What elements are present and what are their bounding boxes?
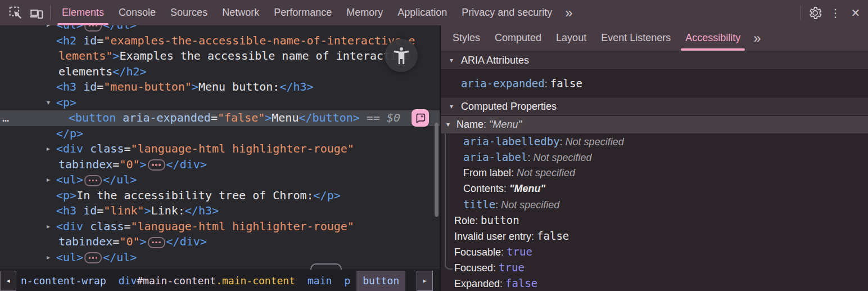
tab-sources[interactable]: Sources (163, 0, 215, 25)
code-token: <h3 (56, 204, 83, 217)
code-token: <ul> (56, 25, 83, 32)
breadcrumb-item-div-main-content-main-content[interactable]: div#main-content.main-content (112, 271, 301, 291)
collapsed-content-ellipsis[interactable] (148, 159, 165, 171)
expand-arrow-closed-icon[interactable]: ▸ (47, 25, 50, 33)
property-value: Not specified (533, 152, 591, 163)
more-panels-chevron-icon[interactable]: » (559, 1, 578, 25)
settings-gear-icon[interactable] (805, 3, 825, 23)
computed-property-row-title: title: Not specified (441, 196, 868, 212)
collapsed-content-ellipsis[interactable] (84, 175, 102, 186)
main-split: ▸<ul></ul><h2 id="examples-the-accessibl… (0, 25, 868, 291)
code-token: tabindex (58, 158, 112, 171)
colon: : (501, 247, 507, 258)
colon: : (531, 231, 537, 242)
tab-elements[interactable]: Elements (55, 0, 111, 25)
code-token: "language-html highlighter-rouge" (130, 220, 354, 233)
dom-tree-node[interactable]: lements">Examples the accessible name of… (0, 48, 440, 64)
dom-tree-node[interactable]: <h3 id="menu-button">Menu button:</h3> (0, 79, 440, 95)
expand-arrow-open-icon[interactable]: ▾ (446, 116, 450, 133)
property-value: false (537, 230, 569, 242)
breadcrumb-list: n-content-wrapdiv#main-content.main-cont… (16, 271, 405, 291)
kebab-menu-icon[interactable]: ⋮ (825, 3, 846, 23)
tab-performance[interactable]: Performance (266, 0, 339, 25)
code-token: Menu button: (198, 80, 280, 93)
dom-tree-node[interactable]: <h2 id="examples-the-accessible-name-of-… (0, 33, 440, 49)
vertical-scrollbar-thumb[interactable] (435, 123, 438, 217)
computed-name-value: "Menu" (489, 119, 522, 130)
code-token: "false" (218, 111, 265, 124)
expand-arrow-closed-icon[interactable]: ▸ (47, 219, 50, 235)
elements-dom-tree: ▸<ul></ul><h2 id="examples-the-accessibl… (0, 25, 440, 291)
computed-properties-header[interactable]: ▾ Computed Properties (441, 97, 868, 116)
dom-tree-node[interactable]: elements</h2> (0, 64, 440, 80)
dom-tree-node[interactable]: ▸<div class="language-html highlighter-r… (0, 219, 440, 235)
collapsed-content-ellipsis[interactable] (84, 25, 102, 32)
code-token: lements" (58, 49, 112, 62)
dom-tree-node[interactable]: ▸<ul></ul> (0, 172, 440, 188)
sidebar-tab-event-listeners[interactable]: Event Listeners (594, 25, 678, 51)
code-token: "link" (103, 204, 144, 217)
dom-tree-node[interactable]: tabindex="0"></div> (0, 157, 440, 173)
inspect-element-icon[interactable] (6, 3, 26, 23)
property-name: aria-labelledby (463, 135, 560, 147)
breadcrumb-scroll-left-icon[interactable]: ◀ (0, 271, 16, 291)
row-options-ellipsis-icon[interactable]: … (2, 110, 10, 126)
tab-application[interactable]: Application (390, 0, 454, 25)
breadcrumb-item-n-content-wrap[interactable]: n-content-wrap (16, 271, 112, 291)
tab-console[interactable]: Console (111, 0, 163, 25)
aria-attributes-header[interactable]: ▾ ARIA Attributes (441, 51, 868, 70)
computed-name-row[interactable]: ▾Name: "Menu" (441, 116, 868, 133)
section-expand-arrow-icon[interactable]: ▾ (450, 102, 453, 110)
colon: : (504, 183, 509, 194)
more-sidebar-tabs-chevron-icon[interactable]: » (748, 26, 766, 50)
aria-attribute-name: aria-expanded (461, 77, 545, 89)
property-value: true (507, 245, 532, 258)
dom-tree-node[interactable]: tabindex="0"></div> (0, 234, 440, 250)
code-token: = (112, 235, 119, 248)
breadcrumb-item-button[interactable]: button (356, 271, 405, 291)
breadcrumb-scroll-right-icon[interactable]: ▶ (417, 271, 433, 291)
code-token: = (124, 220, 130, 233)
dom-tree-node[interactable]: ▸<div class="language-html highlighter-r… (0, 141, 440, 157)
collapsed-content-ellipsis[interactable] (84, 252, 102, 263)
sidebar-tab-styles[interactable]: Styles (445, 25, 487, 51)
dom-tree-node[interactable]: ▸<ul></ul> (0, 25, 440, 33)
sidebar-tab-layout[interactable]: Layout (549, 25, 594, 51)
expand-arrow-closed-icon[interactable]: ▸ (47, 172, 50, 188)
code-token: = (211, 111, 218, 124)
code-token: = (124, 142, 130, 155)
dom-tree-node[interactable]: <h3 id="link">Link:</h3> (0, 203, 440, 219)
tab-memory[interactable]: Memory (339, 0, 390, 25)
section-expand-arrow-icon[interactable]: ▾ (450, 56, 453, 64)
expand-arrow-closed-icon[interactable]: ▸ (47, 250, 50, 266)
property-name: Focusable (454, 247, 501, 258)
expand-arrow-open-icon[interactable]: ▾ (47, 95, 50, 111)
code-token: <ul> (56, 173, 83, 186)
dom-tree-node[interactable]: </p> (0, 126, 440, 142)
expand-arrow-closed-icon[interactable]: ▸ (47, 141, 50, 157)
dom-tree-node[interactable]: ▾<p> (0, 95, 440, 111)
computed-property-row-contents: Contents: "Menu" (441, 181, 868, 196)
dom-tree-node[interactable]: …<button aria-expanded="false">Menu</but… (0, 110, 440, 126)
dom-tree-node[interactable]: ▸<ul></ul> (0, 250, 440, 266)
code-token: <div (56, 220, 90, 233)
dom-tree-node[interactable]: <p>In the accessibility tree of Chrom:</… (0, 188, 440, 204)
code-token: Examples the accessible name of interact… (119, 49, 410, 62)
close-icon[interactable]: ✕ (846, 3, 866, 23)
breadcrumb-item-p[interactable]: p (338, 271, 356, 291)
breadcrumb-part: div (119, 275, 137, 286)
device-toolbar-icon[interactable] (26, 3, 46, 23)
property-name: aria-label (463, 151, 527, 163)
ask-ai-badge-icon[interactable] (412, 109, 429, 127)
computed-properties-title: Computed Properties (461, 101, 557, 113)
aria-attribute-value: false (550, 77, 582, 89)
tab-privacy-and-security[interactable]: Privacy and security (454, 0, 559, 25)
collapsed-content-ellipsis[interactable] (148, 237, 165, 248)
code-token: "examples-the-accessible-name-of-interac… (103, 34, 415, 47)
sidebar-tab-accessibility[interactable]: Accessibility (678, 25, 748, 51)
code-token: aria-expanded (123, 111, 211, 124)
code-token: In the accessibility tree of Chrom: (76, 189, 313, 202)
breadcrumb-item-main[interactable]: main (301, 271, 338, 291)
tab-network[interactable]: Network (215, 0, 266, 25)
sidebar-tab-computed[interactable]: Computed (487, 25, 549, 51)
